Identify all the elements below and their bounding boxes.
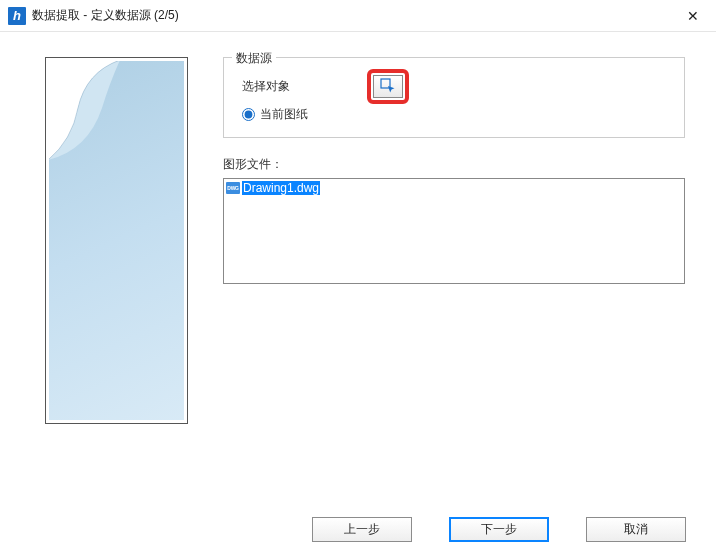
cancel-button[interactable]: 取消 (586, 517, 686, 542)
data-source-group: 数据源 选择对象 当前图纸 (223, 57, 685, 138)
back-button[interactable]: 上一步 (312, 517, 412, 542)
window-title: 数据提取 - 定义数据源 (2/5) (32, 7, 678, 24)
page-curl-decoration (49, 61, 120, 160)
right-panel: 数据源 选择对象 当前图纸 图形文件： (223, 57, 685, 424)
current-drawing-label[interactable]: 当前图纸 (260, 106, 308, 123)
drawing-files-list[interactable]: Drawing1.dwg (223, 178, 685, 284)
drawing-files-label: 图形文件： (223, 156, 685, 173)
preview-paper (49, 61, 184, 420)
current-drawing-radio[interactable] (242, 108, 255, 121)
content-area: 数据源 选择对象 当前图纸 图形文件： (0, 32, 716, 434)
select-objects-highlight (367, 69, 409, 104)
next-button[interactable]: 下一步 (449, 517, 549, 542)
app-icon: h (8, 7, 26, 25)
list-item[interactable]: Drawing1.dwg (224, 179, 684, 196)
file-name: Drawing1.dwg (242, 181, 320, 195)
select-objects-label: 选择对象 (242, 78, 367, 95)
select-objects-icon (380, 78, 396, 94)
drawing-files-section: 图形文件： Drawing1.dwg (223, 156, 685, 284)
dwg-file-icon (226, 182, 240, 194)
close-button[interactable]: ✕ (678, 1, 708, 31)
select-objects-button[interactable] (373, 75, 403, 98)
select-objects-row: 选择对象 (242, 74, 672, 98)
preview-pane (45, 57, 188, 424)
footer-buttons: 上一步 下一步 取消 (312, 517, 686, 542)
current-drawing-row[interactable]: 当前图纸 (242, 106, 672, 123)
group-title: 数据源 (232, 50, 276, 67)
title-bar: h 数据提取 - 定义数据源 (2/5) ✕ (0, 0, 716, 32)
